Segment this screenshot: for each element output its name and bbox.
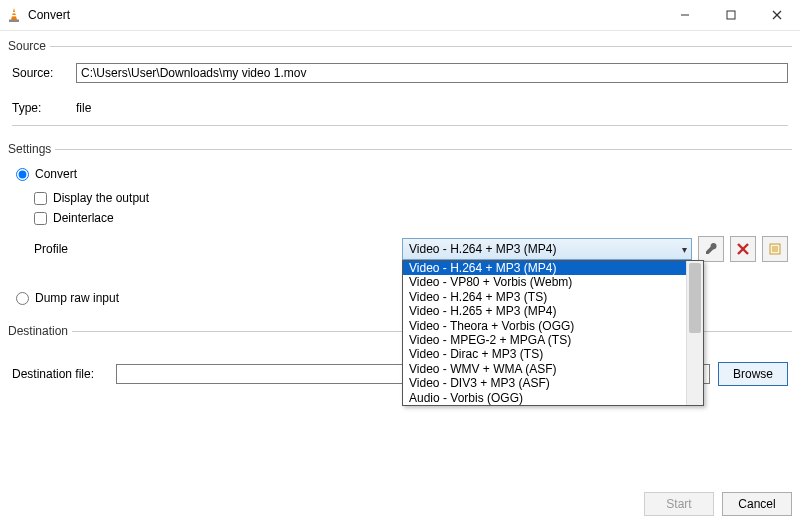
profile-label: Profile <box>34 242 94 256</box>
profile-option[interactable]: Audio - Vorbis (OGG) <box>403 391 703 405</box>
delete-profile-button[interactable] <box>730 236 756 262</box>
convert-radio-input[interactable] <box>16 168 29 181</box>
type-value: file <box>76 101 91 115</box>
destination-legend: Destination <box>8 324 72 338</box>
edit-profile-button[interactable] <box>698 236 724 262</box>
convert-window: Convert Source Source: Type: file <box>0 0 800 526</box>
dropdown-scrollbar[interactable] <box>686 261 703 405</box>
type-label: Type: <box>12 101 68 115</box>
svg-rect-5 <box>727 11 735 19</box>
deinterlace-checkbox[interactable]: Deinterlace <box>34 210 788 226</box>
new-profile-button[interactable] <box>762 236 788 262</box>
dump-radio-label: Dump raw input <box>35 290 119 306</box>
profile-option[interactable]: Video - H.265 + MP3 (MP4) <box>403 304 703 318</box>
profile-option[interactable]: Video - DIV3 + MP3 (ASF) <box>403 376 703 390</box>
maximize-button[interactable] <box>708 0 754 30</box>
source-label: Source: <box>12 66 68 80</box>
close-button[interactable] <box>754 0 800 30</box>
display-output-label: Display the output <box>53 190 149 206</box>
chevron-down-icon: ▾ <box>682 244 687 255</box>
profile-option[interactable]: Video - H.264 + MP3 (TS) <box>403 290 703 304</box>
settings-group: Settings Convert Display the output Dein… <box>8 142 792 314</box>
convert-radio-label: Convert <box>35 166 77 182</box>
svg-rect-1 <box>12 12 17 13</box>
source-input[interactable] <box>76 63 788 83</box>
start-button[interactable]: Start <box>644 492 714 516</box>
svg-rect-2 <box>11 15 17 16</box>
convert-radio[interactable]: Convert <box>16 166 788 182</box>
profile-option[interactable]: Video - VP80 + Vorbis (Webm) <box>403 275 703 289</box>
dump-radio-input[interactable] <box>16 292 29 305</box>
new-profile-icon <box>768 242 782 256</box>
svg-rect-3 <box>9 20 19 23</box>
source-legend: Source <box>8 39 50 53</box>
wrench-icon <box>704 242 718 256</box>
minimize-button[interactable] <box>662 0 708 30</box>
vlc-cone-icon <box>6 7 22 23</box>
profile-option[interactable]: Video - H.264 + MP3 (MP4) <box>403 261 703 275</box>
source-group: Source Source: Type: file <box>8 39 792 132</box>
deinterlace-label: Deinterlace <box>53 210 114 226</box>
delete-x-icon <box>737 243 749 255</box>
profile-option[interactable]: Video - WMV + WMA (ASF) <box>403 362 703 376</box>
window-title: Convert <box>28 8 70 22</box>
destination-file-label: Destination file: <box>12 367 108 381</box>
profile-option[interactable]: Video - Dirac + MP3 (TS) <box>403 347 703 361</box>
display-output-input[interactable] <box>34 192 47 205</box>
dialog-footer: Start Cancel <box>0 486 800 526</box>
profile-dropdown[interactable]: Video - H.264 + MP3 (MP4)Video - VP80 + … <box>402 260 704 406</box>
svg-marker-0 <box>11 8 17 20</box>
settings-legend: Settings <box>8 142 55 156</box>
profile-selected: Video - H.264 + MP3 (MP4) <box>409 242 557 256</box>
profile-option[interactable]: Video - Theora + Vorbis (OGG) <box>403 319 703 333</box>
deinterlace-input[interactable] <box>34 212 47 225</box>
browse-button[interactable]: Browse <box>718 362 788 386</box>
cancel-button[interactable]: Cancel <box>722 492 792 516</box>
display-output-checkbox[interactable]: Display the output <box>34 190 788 206</box>
source-separator <box>12 125 788 126</box>
profile-combo[interactable]: Video - H.264 + MP3 (MP4) ▾ <box>402 238 692 260</box>
scrollbar-thumb[interactable] <box>689 263 701 333</box>
titlebar: Convert <box>0 0 800 31</box>
profile-option[interactable]: Video - MPEG-2 + MPGA (TS) <box>403 333 703 347</box>
